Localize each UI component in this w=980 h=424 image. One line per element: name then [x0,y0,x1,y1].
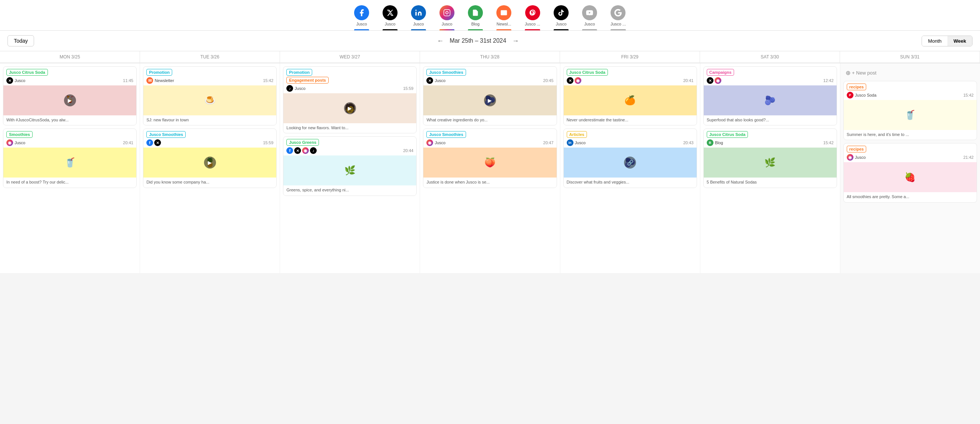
linkedin-icon [411,5,426,20]
next-week-button[interactable]: → [512,37,519,45]
post-card[interactable]: Jusco Citrus Soda ✕ Jusco 11:45 🍹 ▶ With… [3,66,137,126]
card-time: 21:42 [963,155,974,159]
date-range-label: Mar 25th – 31st 2024 [450,37,506,44]
social-item-google[interactable]: Jusco ... [604,3,633,30]
card-image: 🥤 [844,100,977,130]
card-tag-row: recipes [844,143,977,154]
post-card[interactable]: Jusco Smoothies ◉ Jusco 20:47 🍑 Justice … [423,129,557,188]
tag-label: recipes [847,146,867,153]
post-card[interactable]: Articles in Jusco 20:43 🫐 🔗 Discover wha… [563,129,697,188]
post-card[interactable]: Promotion ✉ Newsletter 15:42 🍮 SJ: new f… [143,66,277,126]
social-item-linkedin[interactable]: Jusco [404,3,433,30]
ig-social-icon: ◉ [847,154,853,161]
post-card[interactable]: recipes P Jusco Soda 15:42 🥤 Summer is h… [843,81,977,140]
video-play-icon: ▶ [344,102,356,114]
x-underline [383,29,398,30]
card-icons: ✕ [6,77,13,84]
ig-social-icon: ◉ [574,77,581,84]
card-icons: f ✕ ◉ ♪ [286,147,317,154]
social-item-tiktok[interactable]: Jusco [547,3,575,30]
new-post-label: + New post [852,70,876,76]
prev-week-button[interactable]: ← [437,37,444,45]
card-tag-row: Promotion Engagement posts [283,67,416,85]
social-item-pinterest[interactable]: Jusco ... [518,3,547,30]
day-column-sat: Campaigns ✕ ◉ 12:42 🫐 Superfood that als… [700,63,840,273]
google-icon [611,5,625,20]
blog-underline [468,29,483,30]
card-icons: P [847,92,853,99]
card-icons: ♪ [286,85,293,92]
card-account: Jusco [434,78,445,83]
post-card[interactable]: Campaigns ✕ ◉ 12:42 🫐 Superfood that als… [703,66,837,126]
day-header-mon: MON 3/25 [0,51,140,63]
card-icons: ◉ [847,154,853,161]
card-time: 15:42 [823,140,834,145]
week-view-button[interactable]: Week [947,36,972,46]
card-text: Looking for new flavors. Want to... [283,123,416,133]
card-tag-row: Jusco Smoothies [423,129,556,139]
blog-social-icon: B [707,139,713,146]
view-toggle: Month Week [922,35,972,46]
today-button[interactable]: Today [8,35,34,46]
card-icons: ✕ ◉ [567,77,581,84]
youtube-underline [582,29,597,30]
card-meta: P Jusco Soda 15:42 [844,92,977,100]
post-card[interactable]: Jusco Smoothies ✕ Jusco 20:45 🫐 ▶ What c… [423,66,557,126]
post-card[interactable]: Smoothies ◉ Jusco 20:41 🥤 In need of a b… [3,129,137,188]
card-image: 🍊 [564,85,697,115]
month-view-button[interactable]: Month [922,36,947,46]
card-image: 🍓 [844,162,977,192]
card-text: What creative ingredients do yo... [423,115,556,125]
card-meta: f ✕ ◉ ♪ 20:44 [283,147,416,155]
post-card[interactable]: Jusco Citrus Soda B Blog 15:42 🌿 5 Benef… [703,129,837,188]
social-label-pinterest: Jusco ... [525,22,540,26]
social-label-tiktok: Jusco [556,22,567,26]
card-meta: ◉ Jusco 21:42 [844,154,977,162]
card-meta: ✕ ◉ 12:42 [704,77,837,85]
tag-label: Promotion [286,69,312,76]
social-item-newsletter[interactable]: Newsl... [490,3,518,30]
card-time: 20:41 [683,78,694,83]
video-play-icon: ▶ [484,94,496,106]
tag-label: recipes [847,83,867,90]
card-time: 15:42 [263,78,274,83]
card-time: 20:44 [403,148,414,153]
x-social-icon: ✕ [707,77,713,84]
social-item-instagram[interactable]: Jusco [433,3,461,30]
card-icons: ◉ [426,139,433,146]
card-icons: f ✕ [146,139,161,146]
tiktok-icon [554,5,569,20]
video-play-icon: ▶ [204,156,216,169]
new-post-button[interactable]: ⊕ + New post [843,68,977,78]
social-label-youtube: Jusco [584,22,595,26]
tiktok-social-icon: ♪ [286,85,293,92]
card-account: Jusco [434,140,445,145]
day-column-fri: Jusco Citrus Soda ✕ ◉ 20:41 🍊 Never unde… [560,63,700,273]
instagram-underline [439,29,455,30]
card-account: Jusco [575,140,586,145]
sub-tag-label: Engagement posts [286,77,328,83]
card-tag-row: Jusco Citrus Soda [704,129,837,139]
card-tag-row: Jusco Greens [283,137,416,147]
social-item-facebook[interactable]: Jusco [347,3,376,30]
day-column-sun: ⊕ + New post recipes P Jusco Soda 15:42 … [840,63,980,273]
post-card[interactable]: recipes ◉ Jusco 21:42 🍓 All smoothies ar… [843,143,977,202]
card-text: All smoothies are pretty. Some a... [844,192,977,202]
post-card[interactable]: Jusco Citrus Soda ✕ ◉ 20:41 🍊 Never unde… [563,66,697,126]
post-card[interactable]: Jusco Smoothies f ✕ 15:59 🍍 ▶ Did you kn… [143,129,277,188]
tag-label: Promotion [146,69,172,76]
ig-social-icon: ◉ [302,147,309,154]
tag-label: Jusco Smoothies [146,131,186,138]
fb-social-icon: f [286,147,293,154]
card-image: 🧑 ▶ [283,93,416,123]
card-tag-row: Promotion [143,67,276,77]
card-tag-row: Campaigns [704,67,837,77]
post-card[interactable]: Jusco Greens f ✕ ◉ ♪ 20:44 🌿 Greens, spi… [283,136,417,196]
social-item-blog[interactable]: Blog [461,3,490,30]
social-item-youtube[interactable]: Jusco [575,3,604,30]
post-card[interactable]: Promotion Engagement posts ♪ Jusco 15:59… [283,66,417,133]
card-meta: ✕ Jusco 20:45 [423,77,556,85]
social-item-x[interactable]: Jusco [376,3,404,30]
card-time: 20:47 [543,140,554,145]
x-social-icon: ✕ [567,77,573,84]
